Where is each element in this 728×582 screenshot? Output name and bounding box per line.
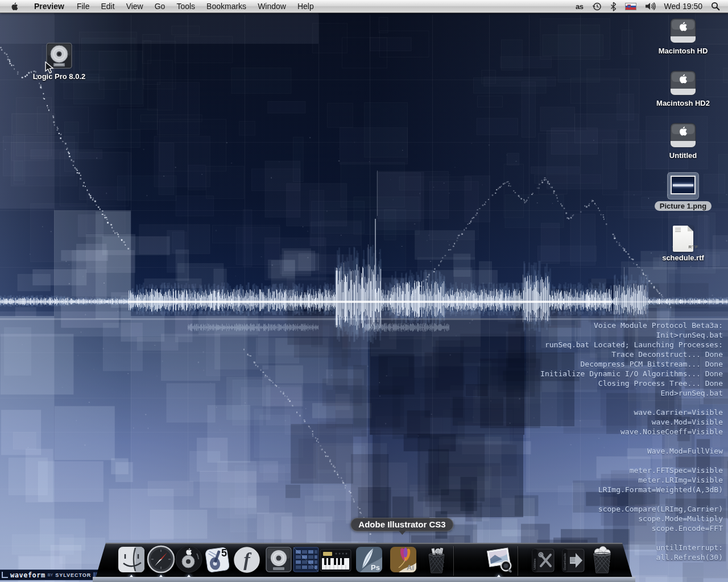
svg-text:Ps: Ps bbox=[371, 563, 380, 572]
dock-item-drum-machine[interactable] bbox=[291, 543, 321, 574]
dock-divider bbox=[518, 546, 518, 576]
dock-item-utilities-folder[interactable]: Utilities bbox=[527, 543, 558, 574]
dock-item-preview[interactable] bbox=[483, 543, 514, 574]
dock-item-illustrator[interactable]: Ai bbox=[388, 543, 419, 574]
trash-full-icon bbox=[586, 543, 617, 574]
dock-item-system-disc[interactable] bbox=[173, 543, 204, 574]
desktop-icon-label: Macintosh HD2 bbox=[653, 99, 713, 107]
apple-logo-icon bbox=[10, 2, 19, 11]
dock-item-pencil-cup[interactable] bbox=[421, 543, 452, 574]
preview-icon bbox=[483, 543, 514, 574]
menu-window[interactable]: Window bbox=[252, 0, 292, 13]
wallpaper-watermark: waveform by SYLVECTOR bbox=[0, 569, 105, 580]
slovenia-flag-menu-icon[interactable] bbox=[625, 3, 636, 10]
apple-menu[interactable] bbox=[0, 0, 27, 13]
menu-edit[interactable]: Edit bbox=[96, 0, 121, 13]
menu-tools[interactable]: Tools bbox=[171, 0, 201, 13]
watermark-author: SYLVECTOR bbox=[55, 572, 91, 578]
console-line: meter.FFTSpec=Visible bbox=[540, 465, 723, 475]
midi-keyboard-icon bbox=[319, 544, 352, 574]
dock-item-logic-pro[interactable] bbox=[263, 543, 294, 574]
dock-item-finder[interactable] bbox=[116, 543, 147, 574]
finder-icon bbox=[117, 544, 146, 574]
logic-pro-dock-icon bbox=[264, 544, 293, 574]
dock-tooltip-text: Adobe Illustrator CS3 bbox=[358, 519, 445, 529]
desktop-icon-schedule-rtf[interactable]: RTF schedule.rtf bbox=[653, 226, 713, 262]
menu-bookmarks[interactable]: Bookmarks bbox=[201, 0, 252, 13]
desktop-icon-macintosh-hd[interactable]: Macintosh HD bbox=[653, 18, 713, 55]
menu-bar: Preview File Edit View Go Tools Bookmark… bbox=[0, 0, 728, 13]
desktop-icon-label: Logic Pro 8.0.2 bbox=[30, 72, 89, 81]
desktop-icon-label: Untitled bbox=[653, 151, 713, 160]
console-line bbox=[540, 456, 723, 465]
desktop-icon-label-selected: Picture 1.png bbox=[655, 201, 712, 211]
menu-app-name[interactable]: Preview bbox=[27, 0, 71, 13]
rtf-badge: RTF bbox=[683, 244, 704, 250]
console-line: End>runSeq.bat bbox=[540, 388, 723, 398]
wallpaper-console-text: Voice Module Protocol Beta3a:Init>runSeq… bbox=[540, 321, 723, 562]
dock-item-trash[interactable] bbox=[586, 543, 617, 574]
menu-clock[interactable]: Wed 19:50 bbox=[664, 2, 702, 11]
dock-front-edge bbox=[93, 577, 635, 582]
console-line bbox=[540, 533, 723, 543]
menu-go[interactable]: Go bbox=[149, 0, 171, 13]
image-thumbnail bbox=[671, 176, 696, 194]
mouse-cursor bbox=[44, 61, 54, 75]
utilities-folder-icon: Utilities bbox=[528, 544, 557, 574]
desktop-icon-label: Macintosh HD bbox=[653, 47, 713, 55]
console-line: wave.Mod=Visible bbox=[540, 417, 723, 427]
console-line: scope.Compare(LRImg,Carrier) bbox=[540, 504, 723, 514]
desktop-icon-untitled[interactable]: Untitled bbox=[653, 122, 713, 160]
console-line bbox=[540, 398, 723, 408]
console-line bbox=[540, 494, 723, 504]
console-line: runSeq.bat Located; Launching Processes: bbox=[540, 340, 723, 350]
desktop-icon-picture-1-png[interactable]: Picture 1.png bbox=[653, 172, 713, 211]
system-disc-icon bbox=[174, 544, 204, 574]
volume-menu-icon[interactable] bbox=[645, 2, 656, 11]
spotlight-menu-icon[interactable] bbox=[711, 2, 720, 11]
console-line: LRImg.Format=Weighted(A,3dB) bbox=[540, 485, 723, 494]
dock-item-safari[interactable] bbox=[146, 543, 176, 574]
console-line: wave.Carrier=Visible bbox=[540, 408, 723, 417]
desktop-icon-macintosh-hd2[interactable]: Macintosh HD2 bbox=[653, 70, 713, 107]
dock-item-guitar-app[interactable]: 5 bbox=[202, 543, 233, 574]
console-line: wave.NoiseCoeff=Visible bbox=[540, 427, 723, 436]
watermark-by: by bbox=[48, 573, 53, 577]
font-f-icon: f bbox=[232, 544, 262, 574]
logic-pro-icon bbox=[30, 41, 89, 70]
safari-compass-icon bbox=[146, 544, 176, 574]
audioscrobbler-menu-icon[interactable]: as bbox=[576, 2, 583, 11]
waveform-logo-icon bbox=[2, 572, 8, 578]
guitar-app-icon: 5 bbox=[202, 544, 232, 574]
console-line bbox=[540, 436, 723, 446]
console-line: Wave.Mod=FullView bbox=[540, 446, 723, 456]
dock-item-midi-keyboard[interactable] bbox=[318, 543, 353, 574]
console-line: Closing Process Tree... Done bbox=[540, 379, 723, 388]
dock-item-downloads-folder[interactable]: Downloads bbox=[557, 543, 588, 574]
pencil-cup-icon bbox=[421, 544, 451, 574]
illustrator-icon: Ai bbox=[388, 544, 418, 574]
menu-view[interactable]: View bbox=[121, 0, 149, 13]
hard-drive-icon bbox=[653, 18, 713, 45]
bluetooth-menu-icon[interactable] bbox=[610, 2, 617, 11]
time-machine-menu-icon[interactable] bbox=[592, 2, 602, 11]
console-line: scope.Mode=Multiply bbox=[540, 514, 723, 523]
dock-item-font-app[interactable]: f bbox=[231, 543, 262, 574]
selection-highlight bbox=[667, 172, 699, 199]
hard-drive-icon bbox=[653, 70, 713, 97]
svg-text:Utilities: Utilities bbox=[533, 559, 536, 569]
svg-text:Ai: Ai bbox=[407, 563, 414, 572]
drum-machine-icon bbox=[291, 544, 321, 574]
dock-item-photoshop[interactable]: Ps bbox=[354, 543, 384, 574]
console-line: Decompress PCM Bitstream... Done bbox=[540, 359, 723, 369]
dock-divider bbox=[453, 546, 454, 576]
desktop-icon-logic-pro[interactable]: Logic Pro 8.0.2 bbox=[30, 41, 89, 81]
rtf-document-icon: RTF bbox=[673, 226, 693, 252]
console-line: meter.LRImg=Visible bbox=[540, 475, 723, 485]
svg-text:5: 5 bbox=[221, 547, 227, 559]
menu-file[interactable]: File bbox=[71, 0, 96, 13]
hard-drive-icon bbox=[653, 122, 713, 149]
watermark-brand: waveform bbox=[10, 571, 46, 579]
downloads-folder-icon: Downloads bbox=[558, 544, 588, 574]
menu-help[interactable]: Help bbox=[292, 0, 320, 13]
